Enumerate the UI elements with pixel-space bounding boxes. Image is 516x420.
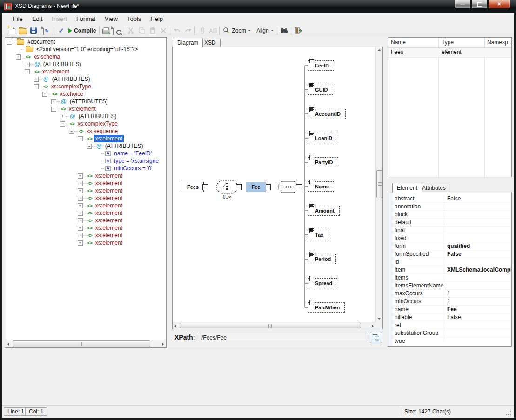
tree-item-label[interactable]: (ATTRIBUTES) — [77, 113, 118, 120]
tree-item-label[interactable]: xs:element — [41, 68, 71, 75]
diagram-vscrollbar-thumb[interactable] — [376, 170, 382, 198]
tree-item-label[interactable]: (ATTRIBUTES) — [104, 142, 145, 150]
diagram-element-paidwhen[interactable]: PaidWhen — [308, 302, 345, 313]
tree-item-label[interactable]: xs:element — [94, 194, 124, 202]
tree-expander-minus[interactable]: − — [87, 144, 92, 149]
tree-expander-plus[interactable]: + — [51, 99, 56, 104]
tree-item-label[interactable]: xs:element — [94, 232, 124, 239]
diagram-collapse-button[interactable]: − — [296, 184, 302, 190]
diagram-collapse-button[interactable]: − — [236, 184, 242, 190]
tree-item-label[interactable]: xs:complexType — [76, 120, 119, 127]
tree-expander-minus[interactable]: − — [60, 121, 65, 127]
redo-button[interactable] — [182, 26, 193, 36]
tab-diagram[interactable]: Diagram — [173, 38, 203, 47]
exit-button[interactable] — [293, 26, 303, 36]
property-value[interactable]: 1 — [444, 290, 511, 297]
tree-item-label[interactable]: xs:element — [94, 180, 124, 187]
menu-file[interactable]: File — [8, 13, 27, 25]
tree-expander-plus[interactable]: + — [25, 62, 30, 67]
tree-item-label[interactable]: xs:element — [94, 172, 124, 180]
tree-item-label[interactable]: xs:element — [94, 224, 124, 232]
property-value[interactable]: XMLSchema.localComple — [444, 267, 511, 273]
tree-expander-plus[interactable]: + — [78, 203, 83, 208]
property-value[interactable]: False — [444, 195, 511, 202]
column-header-type[interactable]: Type — [442, 38, 483, 47]
diagram-canvas[interactable]: Fees−−−−0..∞FeeFeeIDGUIDAccountIDLoanIDP… — [173, 47, 375, 322]
tab-attributes[interactable]: Attributes — [417, 184, 450, 192]
property-value[interactable]: 1 — [444, 298, 511, 305]
tree-item-label[interactable]: (ATTRIBUTES) — [42, 60, 83, 68]
tree-item-label[interactable]: xs:element — [94, 209, 124, 217]
tree-item-label[interactable]: xs:choice — [59, 90, 85, 98]
save-button[interactable] — [28, 26, 39, 36]
find-button[interactable] — [279, 26, 289, 36]
cut-button[interactable] — [126, 26, 136, 36]
tree-item-label[interactable]: name = 'FeeID' — [113, 150, 153, 157]
tree-item-label[interactable]: xs:element — [94, 217, 124, 224]
undo-button[interactable] — [172, 26, 182, 36]
tree-item-label[interactable]: xs:complexType — [50, 83, 93, 90]
align-button[interactable]: Align — [253, 26, 275, 36]
attach-button[interactable] — [196, 26, 207, 36]
diagram-hscrollbar[interactable] — [173, 322, 375, 329]
minimize-button[interactable]: — — [455, 0, 471, 9]
tree-expander-minus[interactable]: − — [42, 92, 47, 97]
copy-button[interactable] — [136, 26, 147, 36]
print-preview-button[interactable] — [112, 26, 122, 36]
diagram-element-guid[interactable]: GUID — [308, 85, 333, 95]
diagram-collapse-button[interactable]: − — [202, 184, 208, 190]
tree-item-label[interactable]: xs:element — [94, 239, 124, 247]
tree-expander-plus[interactable]: + — [78, 181, 83, 186]
diagram-element-partyid[interactable]: PartyID — [308, 157, 338, 167]
validate-button[interactable]: ✓ — [56, 26, 67, 36]
tree-expander-plus[interactable]: + — [78, 211, 83, 216]
menu-tools[interactable]: Tools — [122, 13, 146, 25]
tree-expander-minus[interactable]: − — [7, 40, 12, 45]
compile-button[interactable]: Compile — [67, 26, 98, 36]
diagram-element-selected[interactable]: Fee — [246, 182, 266, 192]
tree-expander-plus[interactable]: + — [34, 77, 39, 82]
diagram-element-root[interactable]: Fees — [182, 182, 204, 192]
tree-expander-minus[interactable]: − — [69, 129, 74, 134]
tree-hscrollbar-thumb[interactable] — [13, 340, 150, 347]
resize-grip[interactable] — [506, 410, 511, 416]
menu-help[interactable]: Help — [146, 13, 168, 25]
print-button[interactable] — [101, 26, 112, 36]
tree-expander-plus[interactable]: + — [78, 226, 83, 231]
zoom-button[interactable]: Zoom — [221, 26, 253, 36]
tree-expander-plus[interactable]: + — [78, 188, 83, 193]
close-button[interactable]: ✕ — [488, 0, 510, 9]
column-header-namespace[interactable]: Namesp... — [487, 38, 510, 47]
tree-expander-plus[interactable]: + — [78, 233, 83, 238]
rename-button[interactable]: A — [207, 26, 218, 36]
tree-expander-minus[interactable]: − — [51, 107, 56, 112]
tree-expander-plus[interactable]: + — [78, 218, 83, 223]
tree-item-label[interactable]: type = 'xs:unsignedByte' — [113, 157, 159, 165]
tree-item-label[interactable]: (ATTRIBUTES) — [51, 75, 92, 83]
tree-expander-minus[interactable]: − — [25, 69, 30, 74]
diagram-element-name[interactable]: Name — [308, 181, 334, 192]
diagram-element-feeid[interactable]: FeeID — [308, 60, 334, 71]
diagram-element-spread[interactable]: Spread — [308, 278, 337, 288]
tree-item-label[interactable]: xs:element — [94, 187, 124, 194]
tab-element[interactable]: Element — [392, 183, 422, 193]
refresh-button[interactable]: ↻ — [42, 26, 53, 36]
tree-expander-minus[interactable]: − — [16, 54, 21, 60]
diagram-vscrollbar[interactable] — [375, 47, 382, 322]
property-value[interactable]: Fee — [444, 306, 511, 313]
menu-view[interactable]: View — [100, 13, 122, 25]
tree-hscrollbar[interactable] — [5, 340, 166, 347]
diagram-element-period[interactable]: Period — [308, 254, 336, 264]
tree-item-label[interactable]: xs:sequence — [85, 127, 119, 135]
table-row[interactable]: Fees element — [388, 48, 511, 58]
xpath-input[interactable] — [199, 333, 367, 342]
tree-expander-plus[interactable]: + — [78, 196, 83, 201]
tree-expander-minus[interactable]: − — [78, 136, 83, 141]
diagram-element-amount[interactable]: Amount — [308, 206, 340, 216]
paste-button[interactable] — [147, 26, 158, 36]
tree-item-label[interactable]: xs:schema — [32, 53, 61, 60]
tree-expander-plus[interactable]: + — [60, 114, 65, 119]
delete-button[interactable] — [158, 26, 168, 36]
diagram-element-tax[interactable]: Tax — [308, 230, 328, 240]
tree-expander-plus[interactable]: + — [78, 173, 83, 179]
